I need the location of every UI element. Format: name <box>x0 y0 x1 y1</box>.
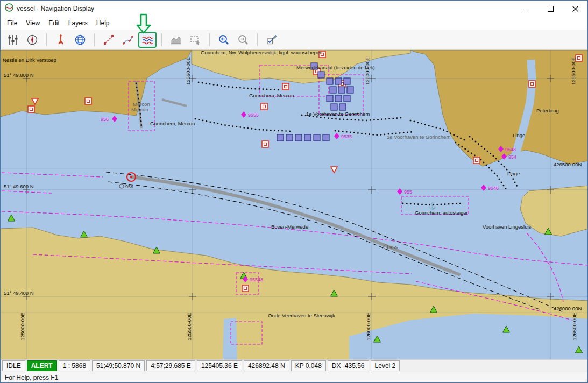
toolbar <box>1 30 587 50</box>
status-latitude-cell: 51;49;50.870 N <box>92 360 145 371</box>
status-bar: IDLE ALERT 1 : 5868 51;49;50.870 N 4;57;… <box>1 359 587 372</box>
svg-text:9555: 9555 <box>248 112 259 118</box>
compass-button[interactable] <box>23 32 41 48</box>
app-window: vessel - Navigation Display File View Ed… <box>0 0 588 383</box>
globe-view-button[interactable] <box>71 32 89 48</box>
svg-text:426000-00N: 426000-00N <box>554 306 582 311</box>
status-longitude-cell: 4;57;29.685 E <box>146 360 195 371</box>
area-chart-icon <box>170 34 182 46</box>
route-edit-button[interactable] <box>119 32 137 48</box>
svg-text:Gorinchem, autosteiger: Gorinchem, autosteiger <box>415 210 468 216</box>
svg-text:Mercon: Mercon <box>131 107 148 112</box>
toolbar-separator <box>94 33 95 46</box>
menu-file[interactable]: File <box>3 18 22 29</box>
svg-text:9546: 9546 <box>488 186 499 191</box>
route-points-icon <box>122 34 134 46</box>
fairway-lines-button[interactable] <box>138 32 157 48</box>
buoy-icon <box>55 34 67 46</box>
svg-text:95548: 95548 <box>250 277 263 282</box>
svg-text:Gorinchem, Nw. Wolpherensedijk: Gorinchem, Nw. Wolpherensedijk, ligpl. w… <box>201 50 322 55</box>
status-mode-cell: IDLE <box>2 360 25 371</box>
zoom-next-icon <box>237 34 249 46</box>
select-rect-icon <box>189 34 201 46</box>
globe-icon <box>74 34 86 46</box>
svg-text:1e Voorhaven te Gorinchem: 1e Voorhaven te Gorinchem <box>387 134 450 140</box>
minimize-button[interactable] <box>513 1 538 17</box>
measure-line-icon <box>103 34 115 46</box>
pen-checkbox-icon <box>266 34 278 46</box>
svg-text:Merwedekanaal (bezuiden de Lek: Merwedekanaal (bezuiden de Lek) <box>296 65 375 70</box>
svg-text:Boven-Merwede: Boven-Merwede <box>271 224 308 230</box>
svg-text:126000-00E: 126000-00E <box>364 57 370 85</box>
svg-text:Gorinchem, Mercon: Gorinchem, Mercon <box>249 93 294 98</box>
annotation-green-arrow <box>136 13 151 34</box>
display-settings-button[interactable] <box>4 32 22 48</box>
svg-text:Nestle en Dirk Verstoep: Nestle en Dirk Verstoep <box>3 57 56 63</box>
svg-text:126500-00E: 126500-00E <box>571 313 577 341</box>
svg-text:125500-00E: 125500-00E <box>185 57 191 85</box>
svg-text:51° 49.400 N: 51° 49.400 N <box>4 290 34 296</box>
menu-help[interactable]: Help <box>92 18 114 29</box>
sliders-icon <box>7 34 19 46</box>
buoy-edit-button[interactable] <box>52 32 70 48</box>
menu-edit[interactable]: Edit <box>44 18 64 29</box>
svg-text:955: 955 <box>389 245 398 250</box>
svg-text:954: 954 <box>508 154 516 160</box>
svg-text:9548: 9548 <box>505 147 516 152</box>
svg-text:Gorinchem, Mercon: Gorinchem, Mercon <box>150 120 195 126</box>
svg-text:Oude Veerhaven te Sleeuwijk: Oude Veerhaven te Sleeuwijk <box>268 313 335 318</box>
svg-text:125500-00E: 125500-00E <box>186 313 192 341</box>
status-level-cell: Level 2 <box>371 360 400 371</box>
close-button[interactable] <box>563 1 587 17</box>
status-scale-cell: 1 : 5868 <box>59 360 90 371</box>
svg-text:9535: 9535 <box>341 134 352 139</box>
status-northing-cell: 426892.48 N <box>244 360 289 371</box>
menu-view[interactable]: View <box>22 18 44 29</box>
svg-text:956: 956 <box>101 117 109 122</box>
svg-text:Linge: Linge <box>507 171 520 176</box>
validate-layers-button[interactable] <box>263 32 281 48</box>
title-bar: vessel - Navigation Display <box>1 1 587 17</box>
minimize-icon <box>523 6 529 12</box>
status-dx-cell: DX -435.56 <box>328 360 369 371</box>
svg-text:955: 955 <box>404 189 412 195</box>
window-title: vessel - Navigation Display <box>17 5 94 12</box>
toolbar-separator <box>209 33 210 46</box>
waves-icon <box>141 34 153 46</box>
zoom-previous-icon <box>218 34 230 46</box>
svg-text:⚓: ⚓ <box>428 202 436 210</box>
compass-icon <box>26 34 38 46</box>
toolbar-separator <box>257 33 258 46</box>
svg-text:Linge: Linge <box>513 132 525 138</box>
svg-text:426500-00N: 426500-00N <box>554 161 582 167</box>
svg-text:51° 49.800 N: 51° 49.800 N <box>4 72 34 78</box>
maximize-icon <box>548 6 554 12</box>
svg-text:1e Voorhaven te Gorinchem: 1e Voorhaven te Gorinchem <box>306 111 370 117</box>
svg-text:125000-00E: 125000-00E <box>19 313 25 341</box>
svg-text:Voorhaven Lingesluis: Voorhaven Lingesluis <box>483 224 532 230</box>
status-easting-cell: 125405.36 E <box>197 360 242 371</box>
status-kp-cell: KP 0.048 <box>291 360 326 371</box>
help-bar: For Help, press F1 <box>1 372 587 382</box>
chart-svg[interactable]: 956955595359559548954954695548956955Gori… <box>1 50 588 359</box>
menu-layers[interactable]: Layers <box>64 18 92 29</box>
toolbar-separator <box>161 33 162 46</box>
svg-text:126500-00E: 126500-00E <box>570 57 576 85</box>
measure-line-button[interactable] <box>100 32 118 48</box>
zoom-next-button[interactable] <box>234 32 252 48</box>
toolbar-separator <box>46 33 47 46</box>
profile-chart-button[interactable] <box>167 32 185 48</box>
zoom-previous-button[interactable] <box>215 32 233 48</box>
svg-text:956: 956 <box>125 184 133 189</box>
svg-text:51° 49.600 N: 51° 49.600 N <box>4 183 34 189</box>
close-icon <box>572 6 578 12</box>
window-controls <box>513 1 587 17</box>
app-icon <box>5 3 13 14</box>
menu-bar: File View Edit Layers Help <box>1 17 587 30</box>
select-area-button[interactable] <box>186 32 204 48</box>
svg-text:Peterbrug: Peterbrug <box>536 108 559 114</box>
status-alert-cell: ALERT <box>27 360 57 371</box>
maximize-button[interactable] <box>538 1 563 17</box>
svg-text:126000-00E: 126000-00E <box>365 313 371 341</box>
